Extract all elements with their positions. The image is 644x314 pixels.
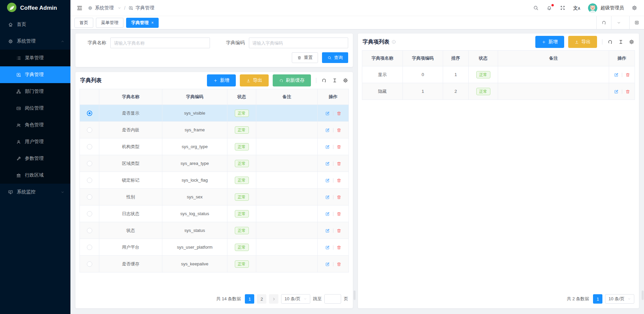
breadcrumb-dict-mgmt[interactable]: 字典管理: [128, 5, 154, 11]
row-radio[interactable]: [87, 178, 92, 183]
delete-icon[interactable]: [336, 262, 341, 267]
sidebar-item-region-mgmt[interactable]: 行政区域: [0, 167, 70, 184]
table-row[interactable]: 用户平台 sys_user_platform 正常: [80, 239, 349, 256]
edit-icon[interactable]: [325, 228, 330, 233]
page-1-button[interactable]: 1: [245, 294, 254, 304]
sidebar-item-param-mgmt[interactable]: 参数管理: [0, 150, 70, 167]
sidebar-collapse-button[interactable]: [75, 4, 84, 12]
status-badge: 正常: [235, 110, 249, 117]
dict-code-input[interactable]: [249, 38, 348, 48]
row-radio[interactable]: [87, 111, 92, 116]
next-page-button[interactable]: [269, 294, 278, 304]
delete-icon[interactable]: [336, 245, 341, 250]
fullscreen-button[interactable]: [560, 5, 566, 11]
add-dict-item-button[interactable]: 新增: [535, 36, 564, 48]
left-scrollbar-thumb[interactable]: [354, 291, 356, 300]
row-radio[interactable]: [87, 194, 92, 200]
edit-icon[interactable]: [325, 111, 330, 116]
settings-button[interactable]: [632, 5, 637, 11]
refresh-table-button[interactable]: [607, 39, 613, 45]
refresh-cache-button[interactable]: 刷新缓存: [273, 74, 311, 86]
edit-icon[interactable]: [325, 161, 330, 166]
table-row[interactable]: 状态 sys_status 正常: [80, 222, 349, 239]
sidebar-item-role-mgmt[interactable]: 角色管理: [0, 117, 70, 133]
delete-icon[interactable]: [336, 195, 341, 200]
table-row[interactable]: 机构类型 sys_org_type 正常: [80, 138, 349, 155]
table-row[interactable]: 显示 0 1 正常: [362, 66, 635, 83]
add-dict-button[interactable]: 新增: [207, 74, 236, 86]
row-radio[interactable]: [87, 245, 92, 250]
delete-icon[interactable]: [336, 161, 341, 166]
table-row[interactable]: 隐藏 1 2 正常: [362, 83, 635, 100]
edit-icon[interactable]: [325, 144, 330, 149]
delete-icon[interactable]: [336, 111, 341, 116]
row-radio[interactable]: [87, 211, 92, 216]
edit-icon[interactable]: [325, 178, 330, 183]
delete-icon[interactable]: [625, 89, 630, 94]
sidebar-item-user-mgmt[interactable]: 用户管理: [0, 133, 70, 150]
logo[interactable]: Coffee Admin: [0, 0, 70, 16]
table-row[interactable]: 区域类型 sys_area_type 正常: [80, 155, 349, 172]
sidebar-item-sys-monitor[interactable]: 系统监控: [0, 184, 70, 200]
page-size-select[interactable]: 10 条/页: [281, 294, 310, 304]
row-radio[interactable]: [87, 144, 92, 149]
refresh-table-button[interactable]: [321, 78, 327, 83]
sidebar-item-dict-mgmt[interactable]: 字典管理: [0, 66, 70, 83]
edit-icon[interactable]: [614, 89, 619, 94]
edit-icon[interactable]: [325, 128, 330, 133]
delete-icon[interactable]: [336, 144, 341, 149]
density-button[interactable]: [332, 78, 337, 83]
delete-icon[interactable]: [336, 228, 341, 233]
page-2-button[interactable]: 2: [257, 294, 266, 304]
edit-icon[interactable]: [325, 245, 330, 250]
sidebar-item-menu-mgmt[interactable]: 菜单管理: [0, 50, 70, 66]
column-settings-button[interactable]: [343, 78, 348, 83]
page-size-select[interactable]: 10 条/页: [605, 294, 634, 304]
table-row[interactable]: 是否显示 sys_visible 正常: [80, 105, 349, 122]
user-menu[interactable]: 超级管理员: [588, 3, 624, 13]
page-1-button[interactable]: 1: [593, 294, 602, 304]
column-settings-button[interactable]: [629, 39, 634, 45]
export-dict-button[interactable]: 导出: [240, 74, 269, 86]
breadcrumb-system-mgmt[interactable]: 系统管理: [88, 5, 121, 11]
right-scrollbar-thumb[interactable]: [642, 291, 644, 300]
close-icon[interactable]: ×: [151, 20, 154, 25]
density-button[interactable]: [618, 39, 624, 45]
edit-icon[interactable]: [325, 195, 330, 200]
table-row[interactable]: 是否缓存 sys_keepalive 正常: [80, 256, 349, 272]
sidebar-item-system-mgmt[interactable]: 系统管理: [0, 33, 70, 50]
maximize-content-button[interactable]: [629, 16, 644, 29]
row-radio[interactable]: [87, 228, 92, 233]
sidebar-item-home[interactable]: 首页: [0, 16, 70, 33]
delete-icon[interactable]: [625, 72, 630, 77]
dict-name-input[interactable]: [110, 38, 210, 48]
table-row[interactable]: 是否内嵌 sys_frame 正常: [80, 122, 349, 138]
table-row[interactable]: 性别 sys_sex 正常: [80, 189, 349, 205]
delete-icon[interactable]: [336, 178, 341, 183]
jump-page-input[interactable]: [324, 294, 341, 304]
edit-icon[interactable]: [325, 211, 330, 216]
edit-icon[interactable]: [325, 262, 330, 267]
delete-icon[interactable]: [336, 128, 341, 133]
query-button[interactable]: 查询: [322, 52, 348, 63]
sidebar-item-post-mgmt[interactable]: 岗位管理: [0, 100, 70, 117]
sidebar-item-dept-mgmt[interactable]: 部门管理: [0, 83, 70, 100]
edit-icon[interactable]: [614, 72, 619, 77]
notifications-button[interactable]: [546, 5, 552, 11]
row-radio[interactable]: [87, 127, 92, 133]
tab-home[interactable]: 首页: [74, 18, 93, 28]
export-dict-item-button[interactable]: 导出: [568, 36, 597, 48]
table-row[interactable]: 日志状态 sys_log_status 正常: [80, 205, 349, 222]
language-button[interactable]: 文A: [573, 6, 580, 10]
refresh-page-button[interactable]: [596, 16, 611, 29]
delete-icon[interactable]: [336, 211, 341, 216]
row-radio[interactable]: [87, 161, 92, 166]
table-row[interactable]: 锁定标记 sys_lock_flag 正常: [80, 172, 349, 189]
tab-options-button[interactable]: [611, 16, 626, 29]
search-button[interactable]: [533, 5, 539, 11]
navbar-tools: 文A 超级管理员: [533, 3, 637, 13]
tab-menu-mgmt[interactable]: 菜单管理: [96, 18, 123, 28]
row-radio[interactable]: [87, 261, 92, 267]
reset-button[interactable]: 重置: [292, 52, 318, 63]
tab-dict-mgmt[interactable]: 字典管理 ×: [126, 18, 159, 28]
